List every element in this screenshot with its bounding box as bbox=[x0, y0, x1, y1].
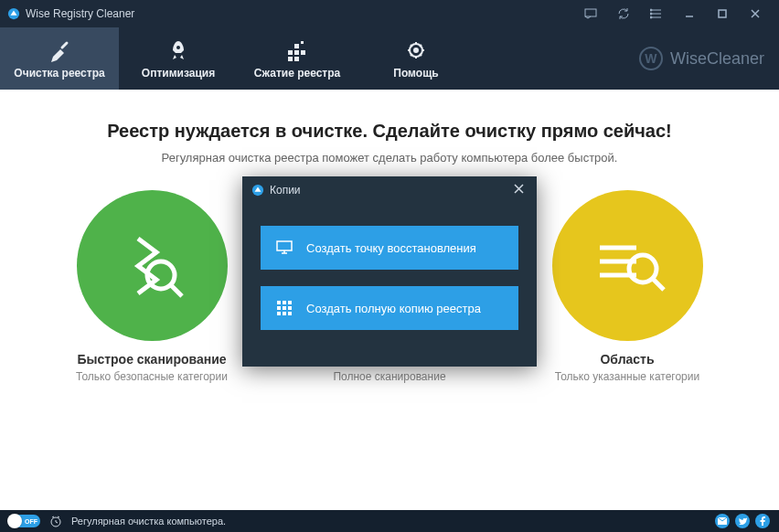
monitor-icon bbox=[275, 240, 293, 255]
maximize-button[interactable] bbox=[706, 0, 739, 27]
scan-title: Быстрое сканирование bbox=[77, 352, 226, 367]
svg-point-6 bbox=[176, 46, 180, 49]
svg-rect-12 bbox=[294, 44, 299, 48]
scan-sub: Полное сканирование bbox=[312, 370, 467, 383]
svg-rect-29 bbox=[288, 312, 292, 315]
brand-icon: W bbox=[639, 47, 663, 70]
tab-label: Оптимизация bbox=[142, 67, 215, 80]
svg-point-15 bbox=[414, 48, 418, 52]
tab-label: Очистка реестра bbox=[14, 67, 104, 80]
dialog-titlebar: Копии bbox=[242, 176, 537, 204]
clock-icon bbox=[49, 515, 62, 527]
grid-icon bbox=[275, 301, 293, 315]
create-full-backup-button[interactable]: Создать полную копию реестра bbox=[261, 286, 518, 330]
svg-rect-13 bbox=[301, 41, 304, 44]
tab-label: Помощь bbox=[393, 67, 438, 80]
svg-rect-25 bbox=[283, 306, 286, 310]
brush-icon bbox=[47, 37, 72, 63]
brand-text: WiseCleaner bbox=[670, 49, 764, 69]
app-title: Wise Registry Cleaner bbox=[26, 7, 134, 20]
svg-rect-1 bbox=[585, 9, 596, 16]
create-restore-point-button[interactable]: Создать точку восстановления bbox=[261, 226, 518, 270]
tab-help[interactable]: Помощь bbox=[357, 27, 475, 90]
backup-dialog: Копии Создать точку восстановления Созда… bbox=[242, 176, 537, 367]
refresh-button[interactable] bbox=[607, 0, 640, 27]
svg-rect-7 bbox=[288, 50, 293, 55]
custom-scan-icon bbox=[552, 190, 703, 341]
svg-rect-24 bbox=[277, 306, 281, 310]
toolbar: Очистка реестра Оптимизация Сжатие реест… bbox=[0, 27, 779, 90]
svg-rect-22 bbox=[283, 301, 286, 304]
svg-rect-21 bbox=[277, 301, 281, 304]
svg-rect-27 bbox=[277, 312, 281, 315]
headline: Реестр нуждается в очистке. Сделайте очи… bbox=[0, 90, 779, 142]
toggle-label: OFF bbox=[25, 518, 37, 525]
dialog-close-button[interactable] bbox=[510, 180, 528, 200]
scan-sub: Только безопасные категории bbox=[74, 370, 229, 383]
svg-rect-11 bbox=[294, 57, 299, 61]
rocket-icon bbox=[165, 37, 191, 63]
svg-point-2 bbox=[650, 9, 652, 11]
scan-title: Область bbox=[600, 352, 654, 367]
brand: W WiseCleaner bbox=[639, 27, 779, 90]
close-button[interactable] bbox=[739, 0, 772, 27]
button-label: Создать полную копию реестра bbox=[306, 302, 481, 315]
svg-rect-26 bbox=[288, 306, 292, 310]
svg-rect-10 bbox=[288, 57, 293, 61]
blocks-icon bbox=[284, 37, 310, 63]
mail-button[interactable] bbox=[715, 514, 730, 528]
button-label: Создать точку восстановления bbox=[306, 241, 476, 255]
app-icon bbox=[251, 184, 264, 197]
quick-scan-icon bbox=[77, 190, 228, 341]
scan-sub: Только указанные категории bbox=[550, 370, 705, 383]
schedule-toggle[interactable]: OFF bbox=[9, 515, 40, 527]
tab-optimization[interactable]: Оптимизация bbox=[119, 27, 238, 90]
menu-button[interactable] bbox=[640, 0, 673, 27]
status-text: Регулярная очистка компьютера. bbox=[71, 516, 226, 527]
twitter-button[interactable] bbox=[735, 514, 750, 528]
svg-rect-28 bbox=[283, 312, 286, 315]
svg-point-4 bbox=[650, 16, 652, 18]
gear-wrench-icon bbox=[403, 37, 429, 63]
minimize-button[interactable] bbox=[673, 0, 706, 27]
tab-registry-clean[interactable]: Очистка реестра bbox=[0, 27, 119, 90]
svg-rect-5 bbox=[719, 10, 726, 17]
svg-rect-20 bbox=[277, 241, 292, 250]
svg-rect-23 bbox=[288, 301, 292, 304]
dialog-title: Копии bbox=[270, 184, 301, 197]
statusbar: OFF Регулярная очистка компьютера. bbox=[0, 510, 779, 532]
quick-scan[interactable]: Быстрое сканирование Только безопасные к… bbox=[74, 190, 229, 383]
feedback-button[interactable] bbox=[574, 0, 607, 27]
svg-rect-9 bbox=[301, 50, 305, 55]
tab-label: Сжатие реестра bbox=[254, 67, 340, 80]
facebook-button[interactable] bbox=[755, 514, 770, 528]
svg-rect-8 bbox=[294, 50, 299, 55]
custom-scan[interactable]: Область Только указанные категории bbox=[550, 190, 705, 383]
tab-defrag[interactable]: Сжатие реестра bbox=[238, 27, 357, 90]
titlebar: Wise Registry Cleaner bbox=[0, 0, 779, 27]
app-icon bbox=[7, 7, 20, 20]
subline: Регулярная очистка реестра поможет сдела… bbox=[0, 151, 779, 165]
svg-point-3 bbox=[650, 13, 652, 15]
svg-point-18 bbox=[629, 255, 656, 282]
